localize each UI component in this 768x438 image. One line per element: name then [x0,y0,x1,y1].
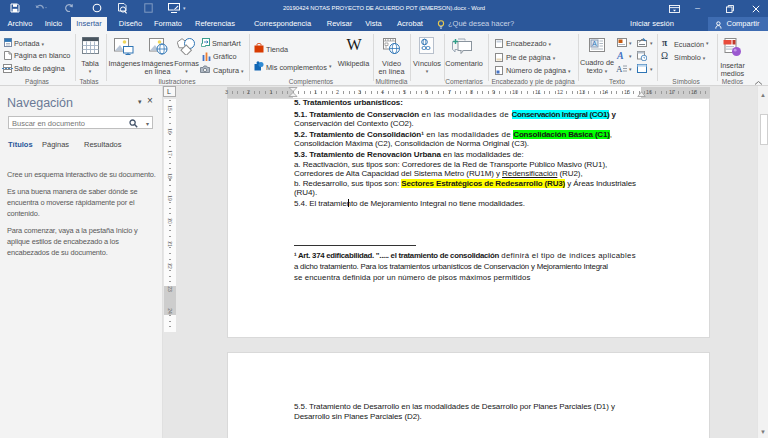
svg-text:A: A [616,64,623,73]
svg-text:A: A [592,40,597,47]
